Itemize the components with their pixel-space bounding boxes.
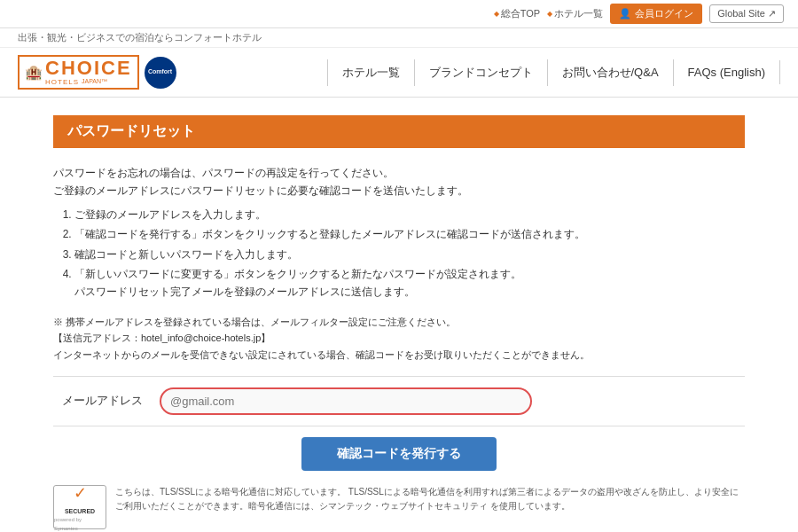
note-3: インターネットからのメールを受信できない設定にされている場合、確認コードをお受け… [53, 347, 745, 364]
comfort-badge: Comfort [145, 57, 176, 89]
logo-area: 🏨 CHOICE HOTELS JAPAN™ Comfort [18, 55, 176, 90]
nav-faq[interactable]: FAQs (English) [674, 60, 780, 84]
logo-hotels-text: HOTELS [45, 78, 79, 86]
desc-sub: ご登録のメールアドレスにパスワードリセットに必要な確認コードを送信いたします。 [53, 182, 745, 200]
note-section: ※ 携帯メールアドレスを登録されている場合は、メールフィルター設定にご注意くださ… [53, 314, 745, 364]
email-form-row: メールアドレス [53, 376, 745, 426]
submit-button[interactable]: 確認コードを発行する [301, 437, 497, 471]
member-login-button[interactable]: 👤 会員ログイン [610, 4, 702, 24]
global-site-button[interactable]: Global Site ↗ [709, 4, 784, 23]
norton-secured-text: SECURED [65, 506, 95, 516]
email-label: メールアドレス [53, 393, 160, 409]
person-icon: 👤 [619, 8, 631, 20]
note-1: ※ 携帯メールアドレスを登録されている場合は、メールフィルター設定にご注意くださ… [53, 314, 745, 331]
note-2: 【送信元アドレス：hotel_info@choice-hotels.jp】 [53, 330, 745, 347]
nav-brand[interactable]: ブランドコンセプト [415, 59, 548, 86]
top-link-general[interactable]: 総合TOP [494, 7, 540, 20]
step-2: 「確認コードを発行する」ボタンをクリックすると登録したメールアドレスに確認コード… [74, 225, 745, 243]
logo-choice-text: CHOICE [45, 59, 132, 78]
logo-box: 🏨 CHOICE HOTELS JAPAN™ [18, 55, 139, 90]
email-input[interactable] [160, 387, 532, 415]
steps-list: ご登録のメールアドレスを入力します。 「確認コードを発行する」ボタンをクリックす… [53, 206, 745, 301]
top-link-hotels[interactable]: ホテル一覧 [547, 7, 603, 20]
checkmark-icon: ✓ [74, 481, 87, 506]
desc-intro: パスワードをお忘れの場合は、パスワードの再設定を行ってください。 [53, 164, 745, 182]
header: 🏨 CHOICE HOTELS JAPAN™ Comfort ホテル一覧 ブラン… [0, 48, 798, 98]
norton-description: こちらは、TLS/SSLによる暗号化通信に対応しています。 TLS/SSLによる… [115, 485, 745, 513]
nav-contact[interactable]: お問い合わせ/Q&A [548, 59, 674, 86]
submit-row: 確認コードを発行する [53, 437, 745, 471]
nav-hotel-list[interactable]: ホテル一覧 [327, 59, 415, 86]
nav-links: ホテル一覧 ブランドコンセプト お問い合わせ/Q&A FAQs (English… [327, 59, 781, 86]
logo-icon: 🏨 [25, 64, 43, 81]
page-title: パスワードリセット [53, 115, 745, 148]
header-tagline: 出張・観光・ビジネスでの宿泊ならコンフォートホテル [0, 28, 798, 48]
step-3: 確認コードと新しいパスワードを入力します。 [74, 246, 745, 263]
logo-japan-text: JAPAN™ [82, 78, 107, 86]
norton-badge: ✓ SECURED powered by Symantec [53, 485, 106, 529]
description-block: パスワードをお忘れの場合は、パスワードの再設定を行ってください。 ご登録のメール… [53, 164, 745, 301]
top-bar-links: 総合TOP ホテル一覧 👤 会員ログイン Global Site ↗ [494, 4, 784, 24]
top-bar: 総合TOP ホテル一覧 👤 会員ログイン Global Site ↗ [0, 0, 798, 28]
main-content: パスワードリセット パスワードをお忘れの場合は、パスワードの再設定を行ってくださ… [0, 98, 798, 532]
step-1: ご登録のメールアドレスを入力します。 [74, 206, 745, 223]
norton-powered: powered by Symantec [54, 516, 106, 532]
norton-section: ✓ SECURED powered by Symantec こちらは、TLS/S… [53, 485, 745, 529]
step-4: 「新しいパスワードに変更する」ボタンをクリックすると新たなパスワードが設定されま… [74, 265, 745, 301]
